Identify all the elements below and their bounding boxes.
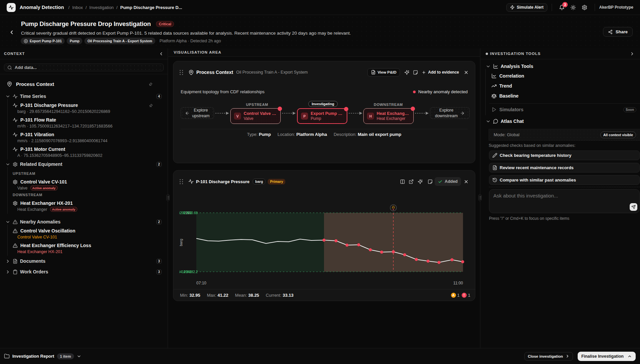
svg-text:11:00: 11:00 [453, 281, 463, 285]
svg-text:07:10: 07:10 [196, 281, 206, 285]
svg-text:barg: barg [179, 239, 183, 246]
svg-text:5 0: 5 0 [185, 211, 190, 215]
svg-text:4 2 6: 4 2 6 [184, 270, 191, 274]
